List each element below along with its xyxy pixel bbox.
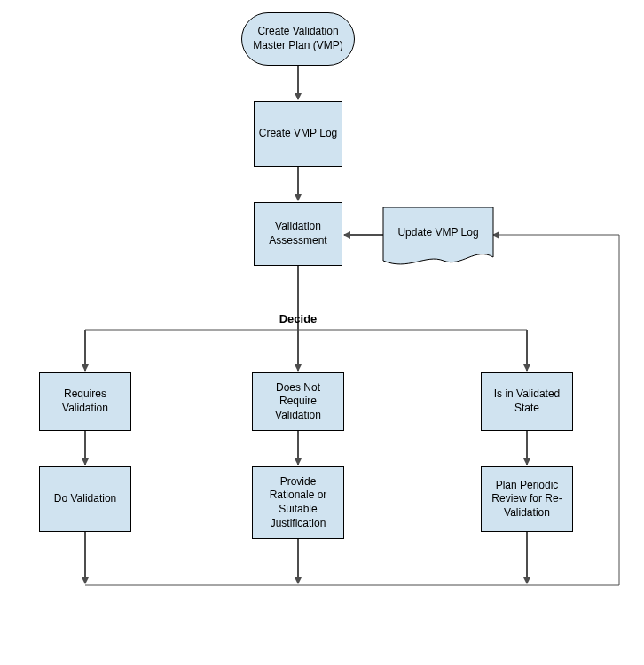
node-validated-state-label: Is in ValidatedState: [494, 387, 561, 415]
node-rationale: ProvideRationale orSuitableJustification: [252, 466, 344, 539]
label-decide: Decide: [266, 312, 330, 325]
flowchart-canvas: Create ValidationMaster Plan (VMP) Creat…: [0, 0, 644, 665]
node-create-log-label: Create VMP Log: [259, 127, 338, 141]
node-requires-label: RequiresValidation: [62, 387, 108, 415]
node-start-label: Create ValidationMaster Plan (VMP): [253, 25, 342, 52]
node-do-validation-label: Do Validation: [54, 492, 117, 506]
node-not-require-label: Does NotRequireValidation: [275, 381, 321, 423]
node-validation-assessment-label: ValidationAssessment: [269, 220, 326, 247]
node-do-validation: Do Validation: [39, 466, 131, 532]
node-update-log: Update VMP Log: [383, 207, 493, 257]
node-validation-assessment: ValidationAssessment: [254, 202, 342, 266]
node-periodic-label: Plan PeriodicReview for Re-Validation: [491, 479, 562, 520]
label-decide-text: Decide: [279, 312, 318, 325]
node-rationale-label: ProvideRationale orSuitableJustification: [270, 475, 327, 530]
node-requires: RequiresValidation: [39, 372, 131, 431]
node-update-log-label: Update VMP Log: [397, 226, 478, 239]
node-create-log: Create VMP Log: [254, 101, 342, 167]
node-not-require: Does NotRequireValidation: [252, 372, 344, 431]
node-periodic: Plan PeriodicReview for Re-Validation: [481, 466, 573, 532]
node-start: Create ValidationMaster Plan (VMP): [241, 12, 355, 66]
node-validated-state: Is in ValidatedState: [481, 372, 573, 431]
connectors-layer: [0, 0, 644, 665]
